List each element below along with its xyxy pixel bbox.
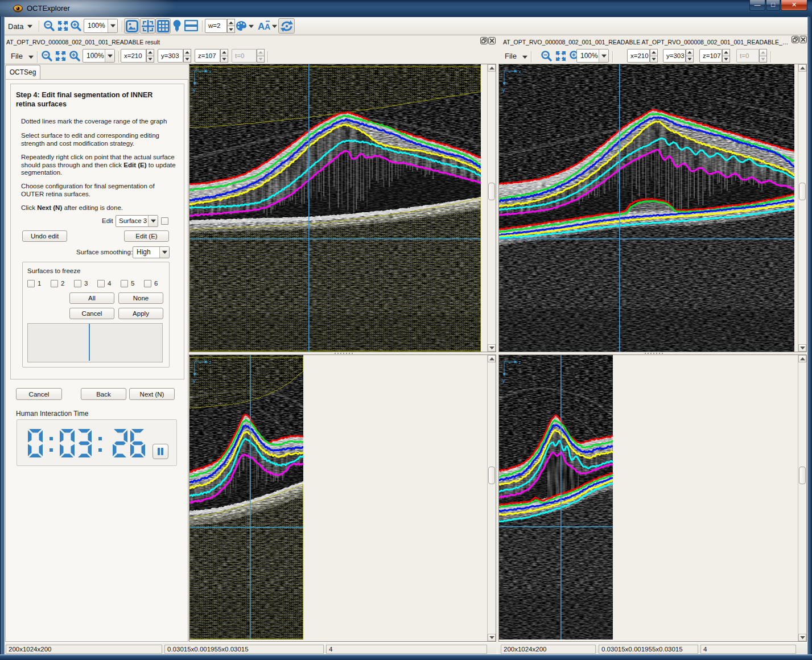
svg-text:z: z — [518, 359, 521, 365]
svg-text:A: A — [265, 22, 270, 31]
svg-text:y: y — [502, 377, 505, 383]
svg-text:y: y — [193, 377, 196, 383]
svg-text:A: A — [258, 21, 265, 32]
svg-text:y: y — [193, 86, 196, 93]
svg-text:y: y — [502, 86, 505, 93]
svg-text:x: x — [518, 68, 521, 75]
svg-text:z: z — [209, 359, 212, 365]
svg-text:x: x — [209, 68, 212, 75]
